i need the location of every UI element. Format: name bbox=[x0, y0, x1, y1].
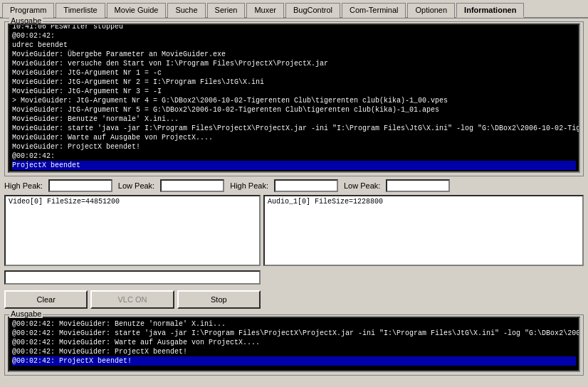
tab-com-terminal[interactable]: Com-Terminal bbox=[342, 3, 406, 18]
tab-movie-guide[interactable]: Movie Guide bbox=[107, 3, 167, 18]
high-peak-label-1: High Peak: bbox=[4, 181, 43, 190]
bottom-output-line: @00:02:42: MovieGuider: Benutze 'normale… bbox=[12, 319, 576, 329]
tab-serien[interactable]: Serien bbox=[207, 3, 246, 18]
output-line: >MovieGuider: JtG-Argument Nr 4 = G:\DBo… bbox=[12, 96, 576, 105]
output-line: @00:02:42: bbox=[12, 31, 576, 41]
output-line: MovieGuider: JtG-Argument Nr 2 = I:\Prog… bbox=[12, 78, 576, 87]
output-line: ProjectX beendet bbox=[12, 161, 576, 170]
tab-programm[interactable]: Programm bbox=[2, 3, 54, 18]
output-line: MovieGuider: Benutze 'normale' X.ini... bbox=[12, 115, 576, 124]
bottom-output-line: @00:02:42: MovieGuider: Warte auf Ausgab… bbox=[12, 338, 576, 347]
low-peak-input-1[interactable] bbox=[160, 179, 224, 192]
bottom-output-line: @00:02:42: MovieGuider: ProjectX beendet… bbox=[12, 347, 576, 356]
output-line: MovieGuider: Warte auf Ausgabe von Proje… bbox=[12, 133, 576, 142]
tab-timerliste[interactable]: Timerliste bbox=[56, 3, 105, 18]
output-line: @00:02:42: bbox=[12, 152, 576, 161]
top-output-group: Ausgabe 10:41:06 PESWriter stopped@00:02… bbox=[4, 21, 584, 176]
output-line: MovieGuider: starte 'java -jar I:\Progra… bbox=[12, 124, 576, 133]
output-line: MovieGuider: JtG-Argument Nr 1 = -c bbox=[12, 68, 576, 78]
tab-optionen[interactable]: Optionen bbox=[407, 3, 455, 18]
low-peak-label-2: Low Peak: bbox=[344, 181, 380, 190]
top-output-box[interactable]: 10:41:06 PESWriter stopped@00:02:42:udre… bbox=[8, 23, 580, 173]
output-line: MovieGuider: JtG-Argument Nr 5 = G:\DBox… bbox=[12, 105, 576, 115]
right-panel: Audio_1[0] FileSize=1228800 bbox=[263, 195, 584, 309]
bottom-output-box[interactable]: @00:02:42: MovieGuider: Benutze 'normale… bbox=[8, 317, 580, 372]
high-peak-input-2[interactable] bbox=[274, 179, 338, 192]
peaks-row: High Peak: Low Peak: High Peak: Low Peak… bbox=[4, 179, 584, 192]
output-line: 10:41:06 PESWriter stopped bbox=[12, 23, 576, 31]
bottom-output-line: @00:02:42: MovieGuider: starte 'java -ja… bbox=[12, 329, 576, 338]
video-box: Video[0] FileSize=44851200 bbox=[4, 195, 261, 266]
bottom-output-group: Ausgabe @00:02:42: MovieGuider: Benutze … bbox=[4, 314, 584, 376]
bottom-section: Ausgabe @00:02:42: MovieGuider: Benutze … bbox=[0, 314, 588, 380]
middle-section: Video[0] FileSize=44851200 Clear VLC ON … bbox=[4, 195, 584, 309]
buttons-row: Clear VLC ON Stop bbox=[4, 290, 261, 309]
tab-muxer[interactable]: Muxer bbox=[246, 3, 284, 18]
output-line: udrec beendet bbox=[12, 41, 576, 50]
low-peak-input-2[interactable] bbox=[386, 179, 450, 192]
progress-bar bbox=[4, 270, 261, 285]
output-line: MovieGuider: ProjectX beendet! bbox=[12, 142, 576, 152]
high-peak-label-2: High Peak: bbox=[230, 181, 268, 190]
bottom-output-label: Ausgabe bbox=[9, 309, 43, 318]
bottom-output-line: @00:02:42: ProjectX beendet! bbox=[12, 356, 576, 366]
output-line: MovieGuider: JtG-Argument Nr 3 = -I bbox=[12, 87, 576, 96]
high-peak-input-1[interactable] bbox=[48, 179, 112, 192]
audio-box: Audio_1[0] FileSize=1228800 bbox=[263, 195, 584, 266]
tab-bar: ProgrammTimerlisteMovie GuideSucheSerien… bbox=[0, 0, 588, 18]
tab-bugcontrol[interactable]: BugControl bbox=[285, 3, 340, 18]
low-peak-label-1: Low Peak: bbox=[118, 181, 154, 190]
output-line: MovieGuider: versuche den Start von I:\P… bbox=[12, 59, 576, 68]
output-line: MovieGuider: Übergebe Parameter an Movie… bbox=[12, 50, 576, 59]
left-panel: Video[0] FileSize=44851200 Clear VLC ON … bbox=[4, 195, 261, 309]
vlc-on-button[interactable]: VLC ON bbox=[90, 290, 174, 309]
main-content: Ausgabe 10:41:06 PESWriter stopped@00:02… bbox=[0, 18, 588, 312]
tab-informationen[interactable]: Informationen bbox=[456, 3, 524, 18]
clear-button[interactable]: Clear bbox=[4, 290, 88, 309]
stop-button[interactable]: Stop bbox=[177, 290, 261, 309]
tab-suche[interactable]: Suche bbox=[167, 3, 205, 18]
